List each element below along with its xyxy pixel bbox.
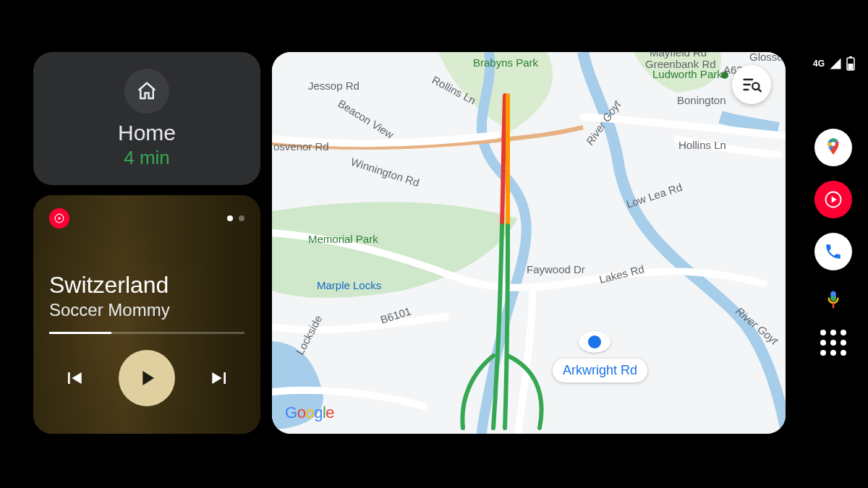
right-rail: 4G [799, 0, 868, 488]
map-panel[interactable]: Jessop RdBeacon ViewRollins LnBrabyns Pa… [272, 52, 786, 434]
playback-progress-fill [49, 332, 111, 334]
skip-next-button[interactable] [205, 364, 234, 393]
map-attribution-logo: Google [285, 403, 334, 422]
map-label: Jessop Rd [308, 80, 359, 92]
play-button[interactable] [119, 350, 175, 406]
destination-title: Home [118, 121, 176, 145]
battery-half-icon [846, 56, 855, 71]
page-dot-active [227, 215, 233, 221]
svg-point-7 [831, 142, 835, 146]
destination-eta: 4 min [124, 147, 170, 169]
track-title: Switzerland [49, 272, 244, 299]
youtube-music-icon [49, 208, 69, 228]
map-search-button[interactable] [732, 65, 771, 104]
home-icon-circle [124, 69, 169, 114]
map-label: Brabyns Park [473, 56, 539, 69]
phone-app-icon [824, 242, 843, 261]
assistant-mic-button[interactable] [819, 285, 848, 314]
map-label: Marple Locks [317, 279, 381, 291]
map-canvas[interactable]: Jessop RdBeacon ViewRollins LnBrabyns Pa… [272, 52, 786, 434]
map-label: Bonington [677, 94, 726, 106]
skip-previous-button[interactable] [59, 364, 88, 393]
route-search-icon [741, 74, 762, 95]
map-label: Ludworth Park [652, 68, 723, 80]
map-label: Hollins Ln [678, 139, 726, 151]
play-icon [135, 366, 159, 390]
map-label: osvenor Rd [273, 140, 329, 153]
map-label: Memorial Park [308, 233, 378, 245]
media-card[interactable]: Switzerland Soccer Mommy [33, 195, 260, 434]
playback-progress[interactable] [49, 332, 244, 334]
phone-app-button[interactable] [814, 233, 852, 270]
destination-card[interactable]: Home 4 min [33, 52, 260, 185]
maps-app-button[interactable] [814, 129, 852, 166]
current-location-chip[interactable]: Arkwright Rd [553, 359, 647, 382]
status-bar: 4G [813, 56, 855, 71]
youtube-music-app-button[interactable] [814, 181, 852, 218]
skip-previous-icon [62, 367, 85, 390]
page-indicator [227, 215, 244, 221]
svg-rect-6 [848, 64, 854, 69]
cell-signal-icon [829, 58, 842, 69]
youtube-music-app-icon [823, 189, 843, 210]
network-label: 4G [813, 59, 825, 69]
map-label: Faywood Dr [527, 263, 585, 275]
map-label: Glosso [749, 52, 783, 63]
app-launcher-button[interactable] [819, 328, 848, 357]
house-icon [136, 80, 158, 102]
maps-app-icon [822, 137, 844, 158]
page-dot [239, 215, 244, 221]
google-assistant-mic-icon [822, 288, 844, 310]
track-artist: Soccer Mommy [49, 300, 244, 320]
skip-next-icon [208, 367, 231, 390]
current-location-dot [579, 331, 610, 353]
